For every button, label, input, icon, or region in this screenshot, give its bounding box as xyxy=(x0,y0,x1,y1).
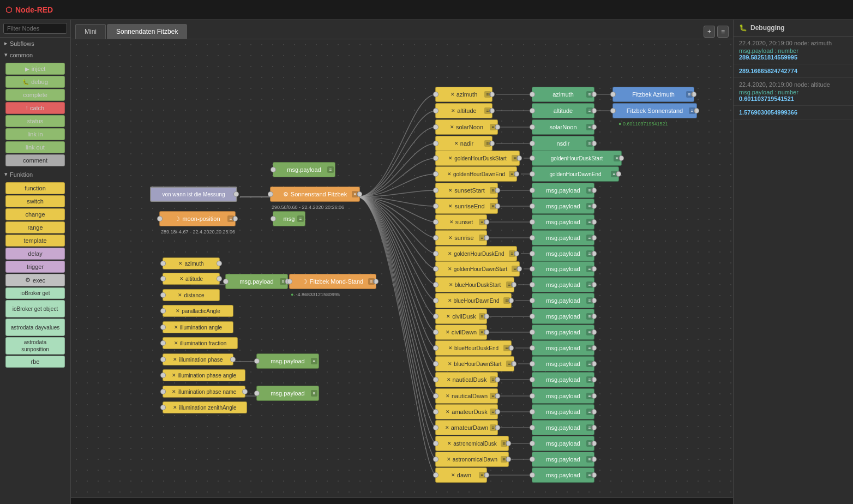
palette-node-astrodata-sun[interactable]: astrodata sunposition xyxy=(5,337,65,355)
sunrise-menu[interactable]: ≡ xyxy=(479,235,485,241)
ghds2-menu[interactable]: ≡ xyxy=(512,266,518,272)
node-msg-ss-out[interactable]: msg.payload ≡ xyxy=(532,183,594,198)
node-civildusk[interactable]: ✕ civilDusk ≡ xyxy=(435,309,487,324)
node-illum-phase-name[interactable]: ✕ illumination phase name xyxy=(163,386,245,398)
nd-menu[interactable]: ≡ xyxy=(490,376,496,383)
sunset-out-menu[interactable]: ≡ xyxy=(586,219,593,225)
node-dawn[interactable]: ✕ dawn ≡ xyxy=(435,467,487,483)
az-sun-menu[interactable]: ≡ xyxy=(484,91,491,98)
palette-node-delay[interactable]: delay xyxy=(5,248,65,260)
tab-menu-button[interactable]: ≡ xyxy=(717,26,729,38)
fss-menu[interactable]: ≡ xyxy=(689,107,695,114)
node-bluehour-dawn-start[interactable]: ✕ blueHourDawnStart ≡ xyxy=(435,356,514,371)
node-sunriseend[interactable]: ✕ sunriseEnd ≡ xyxy=(435,199,498,214)
node-msg-illum-phase-name[interactable]: msg.payload ≡ xyxy=(256,386,319,401)
asda-menu[interactable]: ≡ xyxy=(501,456,507,463)
cd-menu[interactable]: ≡ xyxy=(479,313,485,320)
node-azimuth-out[interactable]: azimuth ≡ xyxy=(532,87,594,102)
palette-node-exec[interactable]: ⚙ exec xyxy=(5,274,65,286)
node-fitzbek-mond[interactable]: ☽ Fitzbek Mond-Stand ≡ ●-4.8683312158099… xyxy=(289,274,376,289)
msgtop-menu[interactable]: ≡ xyxy=(327,166,334,173)
sn-out-menu[interactable]: ≡ xyxy=(586,124,593,130)
node-fitzbek-sonnenstand[interactable]: Fitzbek Sonnenstand ≡ ● 0.60110371954152… xyxy=(612,103,697,118)
bhde-msg-menu[interactable]: ≡ xyxy=(586,297,593,304)
palette-node-iobroker-get[interactable]: ioBroker get xyxy=(5,287,65,299)
node-goldenhour-dawn-end[interactable]: ✕ goldenHourDawnEnd ≡ xyxy=(435,166,517,182)
ss-out-menu[interactable]: ≡ xyxy=(586,187,593,194)
sunrise-out-menu[interactable]: ≡ xyxy=(586,235,593,241)
add-tab-button[interactable]: + xyxy=(704,26,715,38)
node-amateurdawn[interactable]: ✕ amateurDawn ≡ xyxy=(435,420,498,435)
ghds-menu[interactable]: ≡ xyxy=(512,155,518,161)
node-msg-cda-out[interactable]: msg.payload ≡ xyxy=(532,325,594,340)
node-fitzbek-azimuth[interactable]: Fitzbek Azimuth ≡ xyxy=(612,87,694,102)
node-msg-ada-out[interactable]: msg.payload ≡ xyxy=(532,420,594,435)
node-msg-payload-moon[interactable]: msg.payload ≡ xyxy=(225,274,288,289)
nadir-menu[interactable]: ≡ xyxy=(484,140,491,147)
cda-menu[interactable]: ≡ xyxy=(479,329,485,335)
node-msg-ad-out[interactable]: msg.payload ≡ xyxy=(532,404,594,419)
node-msg-asda-out[interactable]: msg.payload ≡ xyxy=(532,452,594,467)
node-solarnoon-sun[interactable]: ✕ solarNoon ≡ xyxy=(435,119,498,135)
palette-node-astrodata-day[interactable]: astrodata dayvalues xyxy=(5,319,65,336)
ada-msg-menu[interactable]: ≡ xyxy=(586,424,593,431)
node-msg-nda-out[interactable]: msg.payload ≡ xyxy=(532,388,594,404)
msg-menu[interactable]: ≡ xyxy=(297,215,304,222)
node-msg-payload-top[interactable]: msg.payload ≡ xyxy=(273,162,335,177)
palette-node-inject[interactable]: ▶ inject xyxy=(5,63,65,75)
node-goldenhour-dusk-start[interactable]: ✕ goldenHourDuskStart ≡ xyxy=(435,151,520,166)
node-msg-sunset-out[interactable]: msg.payload ≡ xyxy=(532,214,594,230)
canvas-hscroll[interactable] xyxy=(71,497,733,504)
palette-node-linkout[interactable]: link out xyxy=(5,141,65,153)
ghds-out-menu[interactable]: ≡ xyxy=(614,155,620,161)
node-msg-bhde-out[interactable]: msg.payload ≡ xyxy=(532,293,594,308)
bhde-menu[interactable]: ≡ xyxy=(503,297,510,304)
tab-sonnendaten[interactable]: Sonnendaten Fitzbek xyxy=(107,24,187,39)
node-illum-zenith[interactable]: ✕ illumination zenithAngle xyxy=(163,401,247,413)
node-bluehour-dawn-end[interactable]: ✕ blueHourDawnEnd ≡ xyxy=(435,293,512,308)
ss-menu[interactable]: ≡ xyxy=(490,187,496,194)
bhde2-menu[interactable]: ≡ xyxy=(503,345,510,351)
node-msg-cd-out[interactable]: msg.payload ≡ xyxy=(532,309,594,324)
cda-msg-menu[interactable]: ≡ xyxy=(586,329,593,335)
alt-out-menu[interactable]: ≡ xyxy=(586,107,593,114)
bhde2-msg-menu[interactable]: ≡ xyxy=(586,345,593,351)
sre-menu[interactable]: ≡ xyxy=(490,203,496,209)
sunset-menu[interactable]: ≡ xyxy=(479,219,485,225)
nda-msg-menu[interactable]: ≡ xyxy=(586,393,593,399)
asd-msg-menu[interactable]: ≡ xyxy=(586,440,593,447)
node-nadir-sun[interactable]: ✕ nadir ≡ xyxy=(435,136,492,151)
node-azimuth-sun[interactable]: ✕ azimuth ≡ xyxy=(435,87,492,102)
node-solarnoon-out[interactable]: solarNoon ≡ xyxy=(532,119,594,135)
nadir-out-menu[interactable]: ≡ xyxy=(586,140,593,147)
node-msg-block[interactable]: msg ≡ xyxy=(273,211,305,226)
node-nauticaldawn[interactable]: ✕ nauticalDawn ≡ xyxy=(435,388,498,404)
dawn-msg-menu[interactable]: ≡ xyxy=(586,472,593,478)
ghds-msg-menu[interactable]: ≡ xyxy=(586,266,593,272)
node-msg-sre-out[interactable]: msg.payload ≡ xyxy=(532,199,594,214)
palette-node-complete[interactable]: complete xyxy=(5,89,65,101)
palette-node-status[interactable]: status xyxy=(5,115,65,127)
node-illum-phase[interactable]: ✕ illumination phase xyxy=(163,353,233,365)
palette-search-input[interactable] xyxy=(3,23,67,34)
ghde-out-menu[interactable]: ≡ xyxy=(611,171,617,177)
ad-msg-menu[interactable]: ≡ xyxy=(586,409,593,415)
bhds2-msg-menu[interactable]: ≡ xyxy=(586,361,593,367)
node-msg-nd-out[interactable]: msg.payload ≡ xyxy=(532,372,594,387)
node-bluehour-dusk-end[interactable]: ✕ blueHourDuskEnd ≡ xyxy=(435,340,512,356)
node-sonnenstand[interactable]: ⚙ Sonnenstand Fitzbek ≡ 290.58/0.60 - 22… xyxy=(270,187,360,202)
faz-menu[interactable]: ≡ xyxy=(686,91,693,98)
alt-sun-menu[interactable]: ≡ xyxy=(484,107,491,114)
palette-node-trigger[interactable]: trigger xyxy=(5,261,65,273)
bhds-msg-menu[interactable]: ≡ xyxy=(586,281,593,288)
node-msg-ghds-out[interactable]: msg.payload ≡ xyxy=(532,261,594,277)
palette-node-change[interactable]: change xyxy=(5,208,65,220)
node-civildawn[interactable]: ✕ civilDawn ≡ xyxy=(435,325,487,340)
sre-out-menu[interactable]: ≡ xyxy=(586,203,593,209)
nda-menu[interactable]: ≡ xyxy=(490,393,496,399)
sn-menu[interactable]: ≡ xyxy=(490,124,496,130)
node-msg-sunrise-out[interactable]: msg.payload ≡ xyxy=(532,230,594,245)
palette-node-comment[interactable]: comment xyxy=(5,154,65,166)
asda-msg-menu[interactable]: ≡ xyxy=(586,456,593,463)
palette-node-rbe[interactable]: rbe xyxy=(5,356,65,368)
